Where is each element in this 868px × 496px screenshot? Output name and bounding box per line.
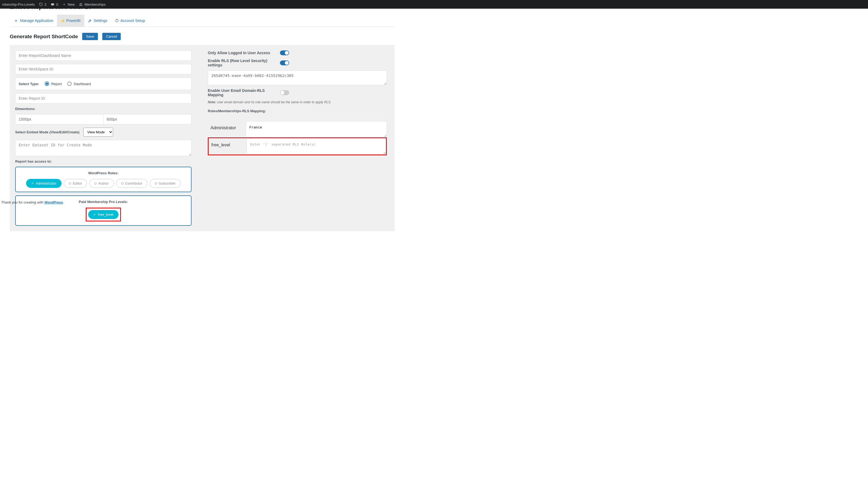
- page-title: Embed Reports for Power BI: [10, 7, 395, 11]
- plus-icon: ＋: [62, 2, 66, 7]
- circle-icon: [94, 182, 96, 185]
- rls-row-label: free_level: [209, 138, 246, 155]
- footer-text-after: .: [63, 200, 64, 204]
- circle-icon: [121, 182, 123, 185]
- tab-settings[interactable]: Settings: [84, 15, 111, 27]
- pill-label: Editor: [73, 181, 82, 185]
- tab-account-setup[interactable]: Account Setup: [111, 15, 149, 27]
- wp-roles-title: WordPress Roles:: [19, 171, 187, 175]
- embed-mode-label: Select Embed Mode (View/Edit/Create): [15, 130, 79, 134]
- report-id-input[interactable]: [15, 93, 192, 104]
- rls-id-input[interactable]: [208, 71, 387, 85]
- section-title: Generate Report ShortCode: [10, 34, 78, 40]
- comment-icon: [51, 2, 55, 6]
- logged-in-toggle[interactable]: [280, 50, 289, 55]
- rls-admin-input[interactable]: [246, 121, 387, 137]
- domain-mapping-toggle[interactable]: [280, 90, 289, 95]
- tab-label: Manage Application: [20, 18, 53, 23]
- embed-mode-select[interactable]: View Mode: [83, 128, 113, 137]
- circle-icon: [155, 182, 157, 185]
- svg-rect-2: [61, 20, 62, 22]
- report-name-input[interactable]: [15, 50, 192, 61]
- wrench-icon: [88, 19, 92, 22]
- pill-label: Subscriber: [159, 181, 176, 185]
- memberships-label: Memberships: [84, 2, 105, 6]
- rls-free-input[interactable]: [246, 138, 386, 155]
- dimensions-row: [15, 114, 192, 124]
- new-label: New: [68, 2, 75, 6]
- pill-label: free_level: [98, 213, 113, 217]
- radio-icon: [67, 81, 72, 86]
- radio-dashboard[interactable]: Dashboard: [67, 81, 91, 86]
- highlight-border: ✓ free_level: [86, 207, 121, 221]
- dimentions-label: Dimentions:: [15, 107, 192, 111]
- radio-report[interactable]: Report: [45, 81, 62, 86]
- save-button[interactable]: Save: [82, 33, 98, 40]
- embed-mode-row: Select Embed Mode (View/Edit/Create) Vie…: [15, 128, 192, 137]
- toggle-label: Enable User Email Domain-RLS Mapping: [208, 88, 270, 97]
- radio-label: Report: [51, 82, 62, 86]
- width-input[interactable]: [15, 114, 103, 124]
- pill-label: Author: [98, 181, 108, 185]
- tab-manage-application[interactable]: ＋ Manage Application: [10, 15, 57, 27]
- height-input[interactable]: [103, 114, 192, 124]
- logged-in-toggle-row: Only Allow Logged In User Access: [208, 50, 289, 55]
- tab-label: Settings: [93, 18, 107, 23]
- pill-administrator[interactable]: ✓ Administrator: [26, 179, 62, 188]
- cancel-button[interactable]: Cancel: [102, 33, 121, 40]
- pill-free-level[interactable]: ✓ free_level: [88, 210, 118, 219]
- rls-row-label: Administrator: [208, 121, 246, 137]
- new-item[interactable]: ＋ New: [62, 2, 75, 7]
- refresh-icon: [39, 2, 43, 6]
- radio-label: Dashboard: [74, 82, 91, 86]
- wp-roles-box: WordPress Roles: ✓ Administrator Editor …: [15, 167, 192, 192]
- domain-mapping-toggle-row: Enable User Email Domain-RLS Mapping: [208, 88, 289, 97]
- powerbi-icon: [61, 19, 64, 22]
- pml-box: Paid Membership Pro Levels: ✓ free_level: [15, 196, 192, 226]
- wordpress-link[interactable]: WordPress: [44, 200, 63, 204]
- form-grid: Select Type: Report Dashboard Dimentions…: [10, 45, 395, 231]
- rls-toggle-row: Enable RLS (Row Level Security) settings: [208, 59, 289, 67]
- check-icon: ✓: [31, 181, 34, 185]
- roles-mapping-label: Roles/Memberships-RLS Mapping:: [208, 109, 387, 113]
- pill-label: Contributor: [125, 181, 143, 185]
- pill-subscriber[interactable]: Subscriber: [150, 179, 181, 188]
- comments-count: 0: [56, 2, 58, 6]
- right-column: Only Allow Logged In User Access Enable …: [208, 50, 387, 226]
- site-name: mbership-Pro-Levels: [2, 2, 35, 6]
- rls-row-administrator: Administrator: [208, 121, 387, 137]
- domain-note: Note: user email domain and rls role nam…: [208, 100, 387, 104]
- workspace-id-input[interactable]: [15, 64, 192, 74]
- circle-icon: [69, 182, 71, 185]
- footer-text: Thank you for creating with: [1, 200, 44, 204]
- left-column: Select Type: Report Dashboard Dimentions…: [15, 50, 192, 226]
- plugin-tabs: ＋ Manage Application PowerBI Settings Ac…: [10, 15, 395, 27]
- comments-item[interactable]: 0: [51, 2, 58, 6]
- rls-row-free-level: free_level: [208, 137, 387, 155]
- site-name-item[interactable]: mbership-Pro-Levels: [2, 2, 35, 6]
- pill-editor[interactable]: Editor: [64, 179, 87, 188]
- tab-powerbi[interactable]: PowerBI: [57, 15, 84, 27]
- svg-point-0: [80, 3, 81, 4]
- check-icon: ✓: [93, 213, 96, 217]
- section-header: Generate Report ShortCode Save Cancel: [10, 33, 395, 40]
- svg-rect-4: [63, 19, 64, 22]
- svg-point-1: [81, 3, 82, 4]
- rls-toggle[interactable]: [280, 60, 289, 65]
- memberships-item[interactable]: Memberships: [79, 2, 105, 6]
- updates-count: 2: [44, 2, 46, 6]
- pill-author[interactable]: Author: [89, 179, 114, 188]
- svg-rect-3: [62, 20, 63, 22]
- pill-label: Administrator: [36, 181, 57, 185]
- plus-icon: ＋: [14, 17, 18, 24]
- access-label: Report has access to:: [15, 159, 192, 164]
- group-icon: [79, 2, 83, 6]
- tab-label: PowerBI: [66, 18, 80, 23]
- dataset-id-input[interactable]: [15, 140, 192, 156]
- footer-note: Thank you for creating with WordPress.: [1, 200, 64, 204]
- pill-contributor[interactable]: Contributor: [116, 179, 148, 188]
- toggle-label: Only Allow Logged In User Access: [208, 51, 270, 55]
- select-type-label: Select Type:: [19, 82, 39, 86]
- radio-icon: [45, 81, 49, 86]
- updates-item[interactable]: 2: [39, 2, 46, 6]
